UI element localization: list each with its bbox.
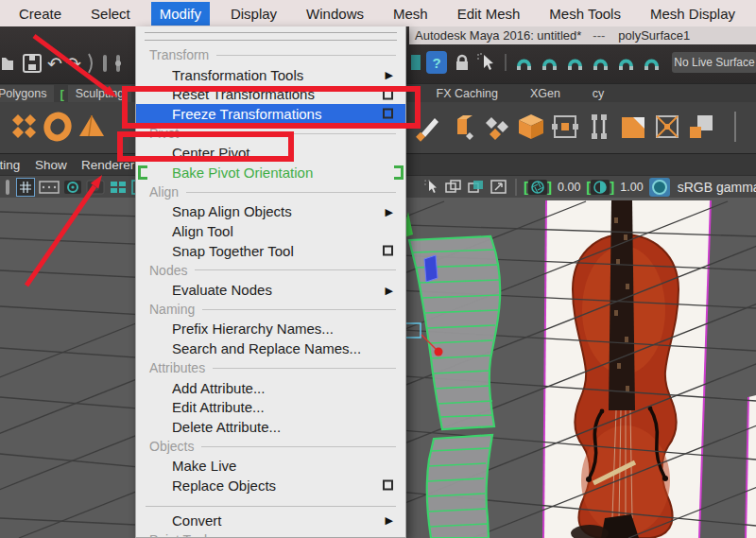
title-separator: ---: [593, 28, 605, 43]
image-plane-side[interactable]: [746, 395, 756, 538]
maya-window: CreateSelectModifyDisplayWindowsMeshEdit…: [0, 0, 756, 538]
option-box-icon[interactable]: [383, 246, 393, 256]
menu-item-make-live[interactable]: Make Live: [136, 456, 405, 476]
menu-item-reset-transformations[interactable]: Reset Transformations: [136, 84, 405, 104]
color-management-button[interactable]: [649, 178, 670, 197]
menubar-item-mesh-tools[interactable]: Mesh Tools: [547, 2, 623, 26]
modify-menu-dropdown: TransformTransformation Tools▶Reset Tran…: [135, 26, 406, 538]
menu-item-replace-objects[interactable]: Replace Objects: [136, 476, 405, 495]
shelf-tab-polygons[interactable]: Polygons: [0, 85, 54, 102]
panel-menu-renderer[interactable]: Renderer: [81, 158, 134, 172]
make-live-icon[interactable]: [641, 52, 662, 74]
menu-item-convert[interactable]: Convert▶: [136, 511, 405, 530]
multi-cut-icon[interactable]: [413, 108, 445, 146]
poly-cube-icon[interactable]: [515, 108, 547, 146]
gamma-toggle-button[interactable]: []: [586, 179, 614, 196]
menubar-item-select[interactable]: Select: [89, 2, 132, 26]
help-icon[interactable]: ?: [426, 51, 447, 74]
vdivider-tall-icon: [719, 108, 751, 146]
vdivider-icon: [512, 176, 520, 199]
exposure-value[interactable]: 0.00: [558, 181, 580, 194]
menubar-item-windows[interactable]: Windows: [304, 2, 366, 26]
grid-toggle-icon[interactable]: [16, 178, 35, 197]
undo-icon[interactable]: ↶: [47, 53, 62, 74]
menu-section-align: Align: [136, 182, 405, 202]
menubar-item-create[interactable]: Create: [17, 2, 63, 26]
colorspace-label[interactable]: sRGB gamma: [678, 180, 756, 195]
option-box-icon[interactable]: [383, 480, 393, 491]
polygon-pyramid-icon[interactable]: [76, 108, 108, 146]
selected-object-name: polySurface1: [618, 28, 690, 43]
menubar-item-display[interactable]: Display: [229, 2, 279, 26]
lattice-icon[interactable]: [651, 108, 683, 146]
menu-item-align-tool[interactable]: Align Tool: [136, 221, 405, 241]
no-live-surface-field[interactable]: No Live Surface: [672, 52, 756, 73]
menu-item-prefix-hierarchy-names[interactable]: Prefix Hierarchy Names...: [136, 320, 405, 339]
window-title: Autodesk Maya 2016: untitled*: [415, 28, 581, 43]
snap-grid-icon[interactable]: [513, 52, 535, 74]
shelf-tab-fx-caching[interactable]: FX Caching: [429, 85, 506, 102]
panel-menu-lighting[interactable]: Lighting: [0, 158, 20, 172]
panel-menu-show[interactable]: Show: [35, 158, 67, 172]
polygon-torus-icon[interactable]: [42, 108, 74, 146]
menu-item-delete-attribute[interactable]: Delete Attribute...: [136, 417, 405, 437]
extrude-icon[interactable]: [447, 108, 479, 146]
gamma-value[interactable]: 1.00: [620, 181, 643, 194]
lock-icon[interactable]: [451, 51, 472, 74]
camera-icon[interactable]: [63, 179, 82, 196]
menubar-item-modify[interactable]: Modify: [151, 2, 210, 26]
pick-cursor-small-icon[interactable]: [423, 179, 440, 196]
snap-projected-center-icon[interactable]: [590, 52, 611, 74]
folder-icon[interactable]: [2, 54, 17, 73]
gate-mask-icon[interactable]: [109, 179, 128, 196]
save-icon[interactable]: [21, 52, 43, 75]
menu-item-evaluate-nodes[interactable]: Evaluate Nodes▶: [136, 280, 405, 300]
menu-item-snap-align-objects[interactable]: Snap Align Objects▶: [136, 202, 405, 222]
menu-item-center-pivot[interactable]: Center Pivot: [136, 143, 405, 163]
isolate-a-icon[interactable]: [444, 179, 463, 196]
exposure-toggle-button[interactable]: []: [524, 179, 552, 196]
titlebar: Autodesk Maya 2016: untitled* --- polySu…: [409, 26, 756, 44]
combine-icon[interactable]: [685, 108, 717, 146]
resolution-gate-icon[interactable]: [86, 179, 105, 196]
bevel-icon[interactable]: [617, 108, 649, 146]
menu-item-snap-together-tool[interactable]: Snap Together Tool: [136, 241, 405, 261]
menu-item-search-and-replace-names[interactable]: Search and Replace Names...: [136, 338, 405, 358]
option-box-icon[interactable]: [383, 109, 393, 119]
snap-point-icon[interactable]: [564, 52, 586, 74]
shelf-tab-separator-icon: [: [60, 87, 63, 101]
shelf-tab-cy[interactable]: cy: [585, 85, 612, 102]
submenu-arrow-icon: ▶: [386, 284, 393, 296]
film-gate-icon[interactable]: [39, 179, 60, 196]
menu-item-add-attribute[interactable]: Add Attribute...: [136, 378, 405, 398]
menubar-item-mesh-display[interactable]: Mesh Display: [648, 2, 737, 26]
option-box-icon[interactable]: [383, 89, 393, 99]
menu-item-bake-pivot-orientation[interactable]: Bake Pivot Orientation: [136, 163, 405, 182]
polygon-plane-icon[interactable]: [8, 108, 40, 146]
menu-item-edit-attribute[interactable]: Edit Attribute...: [136, 397, 405, 417]
menubar-item-edit-mesh[interactable]: Edit Mesh: [455, 2, 523, 26]
snap-curve-icon[interactable]: [539, 52, 560, 74]
new-feature-bracket-icon: [394, 165, 404, 180]
cube-corner-icon[interactable]: [411, 52, 422, 73]
menu-tearoff-handle[interactable]: [145, 32, 397, 41]
menubar-item-mesh[interactable]: Mesh: [391, 2, 430, 26]
submenu-arrow-icon: ▶: [386, 205, 393, 217]
menu-item-transformation-tools[interactable]: Transformation Tools▶: [136, 65, 405, 85]
edge-handles-icon[interactable]: [583, 108, 615, 146]
shelf-tab-sculpting[interactable]: Sculpting: [68, 85, 131, 102]
pivot-point[interactable]: [435, 348, 443, 356]
menu-item-freeze-transformations[interactable]: Freeze Transformations: [136, 104, 405, 124]
tool-capsule2-icon: [113, 52, 123, 75]
shelf-tab-xgen[interactable]: XGen: [523, 85, 568, 102]
violin-reference-photo: [571, 200, 679, 538]
quad-draw-icon[interactable]: [481, 108, 513, 146]
redo-icon[interactable]: ↷: [66, 53, 81, 74]
isolate-b-icon[interactable]: [467, 179, 486, 196]
screen-arrow-icon[interactable]: [490, 179, 508, 196]
snap-view-plane-icon[interactable]: [615, 52, 637, 74]
menu-section-pivot: Pivot: [136, 124, 405, 144]
pick-cursor-icon[interactable]: [475, 51, 498, 74]
center-face-icon[interactable]: [549, 108, 581, 146]
blue-handle[interactable]: [424, 255, 438, 282]
